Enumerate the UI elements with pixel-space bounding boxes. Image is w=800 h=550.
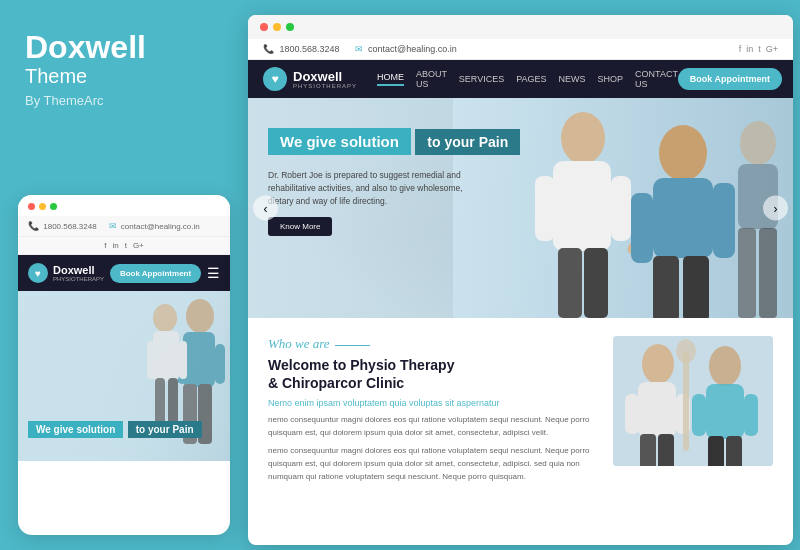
svg-rect-8 bbox=[147, 341, 155, 379]
brand-subtitle: Theme bbox=[25, 65, 215, 88]
desktop-linkedin-icon[interactable]: in bbox=[746, 44, 753, 54]
svg-rect-1 bbox=[183, 332, 215, 387]
nav-contact[interactable]: CONTACT US bbox=[635, 69, 678, 89]
dot-red bbox=[28, 203, 35, 210]
mobile-hero-text: We give solution to your Pain bbox=[28, 419, 202, 441]
mobile-social-bar: f in t G+ bbox=[18, 237, 230, 255]
nav-logo-icon: ♥ bbox=[263, 67, 287, 91]
svg-point-26 bbox=[740, 121, 776, 165]
by-line: By ThemeArc bbox=[25, 93, 215, 108]
about-title: Welcome to Physio Therapy& Chiroparcor C… bbox=[268, 356, 598, 392]
svg-rect-33 bbox=[625, 394, 639, 434]
nav-about[interactable]: ABOUT US bbox=[416, 69, 447, 89]
svg-rect-41 bbox=[708, 436, 724, 466]
svg-rect-9 bbox=[179, 341, 187, 379]
desktop-mockup: 📞 1800.568.3248 ✉ contact@healing.co.in … bbox=[248, 15, 793, 545]
desktop-hero: We give solution to your Pain Dr. Robert… bbox=[248, 98, 793, 318]
svg-point-20 bbox=[659, 125, 707, 181]
email-icon: ✉ bbox=[109, 221, 117, 231]
mobile-logo-icon: ♥ bbox=[28, 263, 48, 283]
desktop-hero-content: We give solution to your Pain Dr. Robert… bbox=[268, 128, 520, 236]
facebook-icon: f bbox=[104, 241, 106, 250]
who-we-are-label: Who we are bbox=[268, 336, 598, 352]
hero-prev-arrow[interactable]: ‹ bbox=[253, 196, 278, 221]
googleplus-icon: G+ bbox=[133, 241, 144, 250]
svg-rect-19 bbox=[584, 248, 608, 318]
about-text: Who we are Welcome to Physio Therapy& Ch… bbox=[268, 336, 598, 483]
svg-rect-24 bbox=[653, 256, 679, 318]
about-body-2: nemo consequuntur magni dolores eos qui … bbox=[268, 445, 598, 483]
about-body-1: nemo consequuntur magni dolores eos qui … bbox=[268, 414, 598, 440]
hero-next-arrow[interactable]: › bbox=[763, 196, 788, 221]
svg-rect-15 bbox=[535, 176, 555, 241]
mobile-logo: ♥ Doxwell PHYSIOTHERAPY bbox=[28, 263, 104, 283]
svg-rect-18 bbox=[558, 248, 582, 318]
svg-point-44 bbox=[676, 339, 696, 363]
desktop-dot-yellow bbox=[273, 23, 281, 31]
svg-rect-39 bbox=[692, 394, 706, 436]
nav-pages[interactable]: PAGES bbox=[516, 74, 546, 84]
mobile-nav-bar: ♥ Doxwell PHYSIOTHERAPY Book Appointment… bbox=[18, 255, 230, 291]
mobile-menu-icon[interactable]: ☰ bbox=[207, 265, 220, 281]
desktop-facebook-icon[interactable]: f bbox=[739, 44, 742, 54]
desktop-nav-links: HOME ABOUT US SERVICES PAGES NEWS SHOP C… bbox=[377, 69, 678, 89]
mobile-book-button[interactable]: Book Appointment bbox=[110, 264, 201, 283]
linkedin-icon: in bbox=[112, 241, 118, 250]
desktop-phone: 📞 1800.568.3248 bbox=[263, 44, 340, 54]
dot-yellow bbox=[39, 203, 46, 210]
svg-rect-14 bbox=[553, 161, 611, 251]
svg-rect-7 bbox=[153, 331, 179, 381]
nav-book-button[interactable]: Book Appointment bbox=[678, 68, 782, 90]
svg-rect-3 bbox=[215, 344, 225, 384]
left-panel: Doxwell Theme By ThemeArc 📞 1800.568.324… bbox=[0, 0, 240, 550]
desktop-dot-red bbox=[260, 23, 268, 31]
svg-rect-40 bbox=[744, 394, 758, 436]
hero-line1: We give solution bbox=[268, 128, 411, 155]
brand-name: Doxwell bbox=[25, 30, 215, 65]
svg-rect-25 bbox=[683, 256, 709, 318]
nav-news[interactable]: NEWS bbox=[559, 74, 586, 84]
desktop-email-icon: ✉ bbox=[355, 44, 363, 54]
know-more-button[interactable]: Know More bbox=[268, 217, 332, 236]
svg-rect-36 bbox=[658, 434, 674, 466]
mobile-phone: 📞 1800.568.3248 bbox=[28, 221, 97, 231]
desktop-twitter-icon[interactable]: t bbox=[758, 44, 761, 54]
hero-line2: to your Pain bbox=[415, 129, 520, 155]
desktop-nav: ♥ Doxwell PHYSIOTHERAPY HOME ABOUT US SE… bbox=[248, 60, 793, 98]
mobile-hero: We give solution to your Pain bbox=[18, 291, 230, 461]
svg-rect-16 bbox=[611, 176, 631, 241]
nav-shop[interactable]: SHOP bbox=[598, 74, 624, 84]
svg-rect-23 bbox=[713, 183, 735, 258]
desktop-email: ✉ contact@healing.co.in bbox=[355, 44, 457, 54]
desktop-phone-icon: 📞 bbox=[263, 44, 274, 54]
svg-rect-21 bbox=[653, 178, 713, 258]
desktop-googleplus-icon[interactable]: G+ bbox=[766, 44, 778, 54]
desktop-dot-green bbox=[286, 23, 294, 31]
svg-point-6 bbox=[153, 304, 177, 332]
hero-description: Dr. Robert Joe is prepared to suggest re… bbox=[268, 169, 468, 207]
nav-home[interactable]: HOME bbox=[377, 72, 404, 86]
twitter-icon: t bbox=[125, 241, 127, 250]
desktop-social-icons: f in t G+ bbox=[739, 44, 778, 54]
desktop-contact-strip: 📞 1800.568.3248 ✉ contact@healing.co.in … bbox=[248, 39, 793, 60]
svg-rect-43 bbox=[683, 351, 689, 451]
mobile-top-bar bbox=[18, 195, 230, 216]
dot-green bbox=[50, 203, 57, 210]
about-subtitle: Nemo enim ipsam voluptatem quia voluptas… bbox=[268, 398, 598, 408]
mobile-mockup: 📞 1800.568.3248 ✉ contact@healing.co.in … bbox=[18, 195, 230, 535]
mobile-email: ✉ contact@healing.co.in bbox=[109, 221, 200, 231]
desktop-nav-logo: ♥ Doxwell PHYSIOTHERAPY bbox=[263, 67, 357, 91]
nav-services[interactable]: SERVICES bbox=[459, 74, 504, 84]
svg-rect-35 bbox=[640, 434, 656, 466]
svg-rect-29 bbox=[759, 228, 777, 318]
phone-icon: 📞 bbox=[28, 221, 39, 231]
mobile-contact-bar: 📞 1800.568.3248 ✉ contact@healing.co.in bbox=[18, 216, 230, 237]
svg-rect-38 bbox=[706, 384, 744, 439]
svg-point-13 bbox=[561, 112, 605, 164]
svg-point-0 bbox=[186, 299, 214, 333]
svg-rect-28 bbox=[738, 228, 756, 318]
about-image bbox=[613, 336, 773, 466]
desktop-top-bar bbox=[248, 15, 793, 39]
svg-point-37 bbox=[709, 346, 741, 386]
svg-rect-42 bbox=[726, 436, 742, 466]
